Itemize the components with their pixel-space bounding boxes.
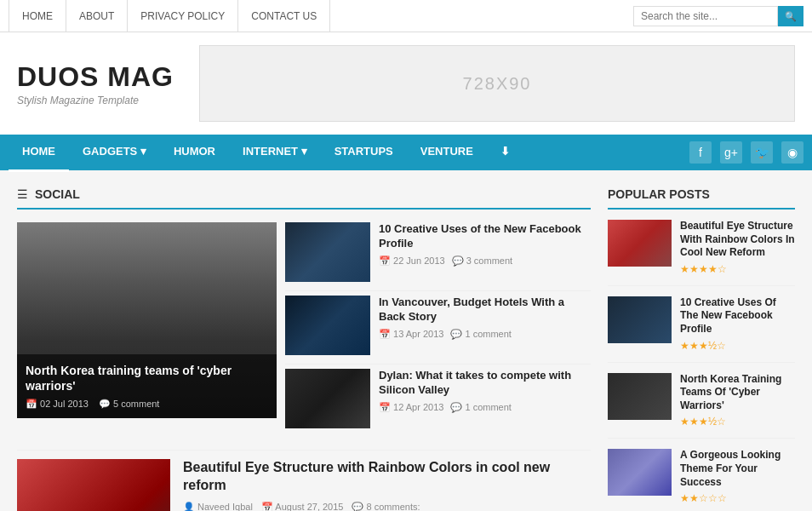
popular-post-4: A Gorgeous Looking Theme For Your Succes… [608,449,795,511]
ad-banner: 728X90 [199,45,795,122]
nav-contact[interactable]: CONTACT US [238,0,330,32]
side-post-3-thumb [285,369,370,428]
popular-post-1-thumb [608,220,672,267]
mainnav-internet[interactable]: INTERNET ▾ [229,134,321,172]
top-nav-links: HOME ABOUT PRIVACY POLICY CONTACT US [9,0,330,32]
side-post-2-info: In Vancouver, Budget Hotels With a Back … [379,296,591,340]
main-content: ☰ SOCIAL North Korea training teams of '… [17,187,591,511]
social-section-header: ☰ SOCIAL [17,187,591,210]
popular-post-4-stars: ★★☆☆☆ [680,492,795,504]
bottom-post-author: 👤 Naveed Iqbal [183,502,253,511]
popular-post-1-title[interactable]: Beautiful Eye Structure With Rainbow Col… [680,220,795,260]
bottom-post: Beautiful Eye Structure with Rainbow Col… [17,450,591,511]
side-post-1: 10 Creative Uses of the New Facebook Pro… [285,222,591,291]
side-post-3: Dylan: What it takes to compete with Sil… [285,369,591,437]
search-form [633,6,803,26]
nav-privacy[interactable]: PRIVACY POLICY [128,0,238,32]
logo-subtitle: Stylish Magazine Template [17,95,174,106]
twitter-icon[interactable]: 🐦 [751,141,773,164]
popular-posts-section: POPULAR POSTS Beautiful Eye Structure Wi… [608,187,795,511]
mainnav-venture[interactable]: VENTURE [407,134,487,172]
bottom-post-title[interactable]: Beautiful Eye Structure with Rainbow Col… [183,459,591,495]
side-post-3-date: 📅 12 Apr 2013 [379,402,443,413]
side-post-1-title[interactable]: 10 Creative Uses of the New Facebook Pro… [379,222,591,251]
side-post-2-title[interactable]: In Vancouver, Budget Hotels With a Back … [379,296,591,324]
popular-post-3-info: North Korea Training Teams Of 'Cyber War… [680,373,795,428]
side-post-1-comments: 💬 3 comment [452,256,512,267]
featured-post[interactable]: North Korea training teams of 'cyber war… [17,222,277,418]
popular-post-1: Beautiful Eye Structure With Rainbow Col… [608,220,795,286]
mainnav-startups[interactable]: STARTUPS [321,134,407,172]
bottom-post-date: 📅 August 27, 2015 [261,502,344,511]
popular-post-3: North Korea Training Teams Of 'Cyber War… [608,373,795,439]
nav-home[interactable]: HOME [9,0,66,32]
popular-post-2-title[interactable]: 10 Creative Uses Of The New Facebook Pro… [680,296,795,336]
popular-post-4-thumb [608,449,672,496]
featured-post-comments: 💬 5 comment [99,399,159,410]
side-post-3-info: Dylan: What it takes to compete with Sil… [379,369,591,413]
bottom-post-comments: 💬 8 comments: [352,502,420,511]
search-input[interactable] [633,6,778,26]
side-post-1-thumb [285,222,370,282]
content-wrapper: ☰ SOCIAL North Korea training teams of '… [0,170,812,511]
bottom-post-thumb [17,459,170,511]
top-navigation: HOME ABOUT PRIVACY POLICY CONTACT US [0,0,812,32]
rss-icon[interactable]: ◉ [781,141,803,164]
facebook-icon[interactable]: f [689,141,712,164]
mainnav-humor[interactable]: HUMOR [160,134,229,172]
side-post-2-date: 📅 13 Apr 2013 [379,329,443,340]
mainnav-home[interactable]: HOME [9,134,69,172]
mainnav-download[interactable]: ⬇ [487,134,523,172]
featured-post-title: North Korea training teams of 'cyber war… [26,363,268,393]
featured-post-date: 📅 02 Jul 2013 [26,399,89,410]
popular-post-1-stars: ★★★★☆ [680,263,795,275]
googleplus-icon[interactable]: g+ [720,141,742,164]
mainnav-gadgets[interactable]: GADGETS ▾ [69,134,160,172]
site-header: DUOS MAG Stylish Magazine Template 728X9… [0,32,812,135]
popular-post-1-info: Beautiful Eye Structure With Rainbow Col… [680,220,795,275]
bottom-post-content: Beautiful Eye Structure with Rainbow Col… [183,459,591,511]
side-post-1-date: 📅 22 Jun 2013 [379,256,445,267]
logo-title: DUOS MAG [17,61,174,93]
social-grid: North Korea training teams of 'cyber war… [17,222,591,437]
side-post-3-comments: 💬 1 comment [450,402,511,413]
popular-post-4-title[interactable]: A Gorgeous Looking Theme For Your Succes… [680,449,795,489]
main-nav-links: HOME GADGETS ▾ HUMOR INTERNET ▾ STARTUPS… [9,134,523,172]
popular-post-2-info: 10 Creative Uses Of The New Facebook Pro… [680,296,795,352]
popular-post-2-stars: ★★★½☆ [680,340,795,352]
main-navigation: HOME GADGETS ▾ HUMOR INTERNET ▾ STARTUPS… [0,135,812,170]
social-section-title: SOCIAL [35,187,80,201]
list-icon: ☰ [17,187,28,201]
popular-post-4-info: A Gorgeous Looking Theme For Your Succes… [680,449,795,504]
side-post-2-thumb [285,296,370,355]
popular-post-3-title[interactable]: North Korea Training Teams Of 'Cyber War… [680,373,795,413]
popular-posts-title: POPULAR POSTS [608,187,795,210]
side-post-3-title[interactable]: Dylan: What it takes to compete with Sil… [379,369,591,398]
side-post-2: In Vancouver, Budget Hotels With a Back … [285,296,591,365]
nav-social-icons: f g+ 🐦 ◉ [689,141,803,164]
nav-about[interactable]: ABOUT [66,0,128,32]
popular-post-3-thumb [608,373,672,420]
side-post-2-comments: 💬 1 comment [450,329,511,340]
site-logo: DUOS MAG Stylish Magazine Template [17,61,174,106]
sidebar: POPULAR POSTS Beautiful Eye Structure Wi… [608,187,795,511]
side-post-1-info: 10 Creative Uses of the New Facebook Pro… [379,222,591,267]
side-posts-list: 10 Creative Uses of the New Facebook Pro… [285,222,591,437]
popular-post-2: 10 Creative Uses Of The New Facebook Pro… [608,296,795,363]
search-button[interactable] [778,6,803,26]
popular-post-3-stars: ★★★½☆ [680,416,795,428]
popular-post-2-thumb [608,296,672,343]
